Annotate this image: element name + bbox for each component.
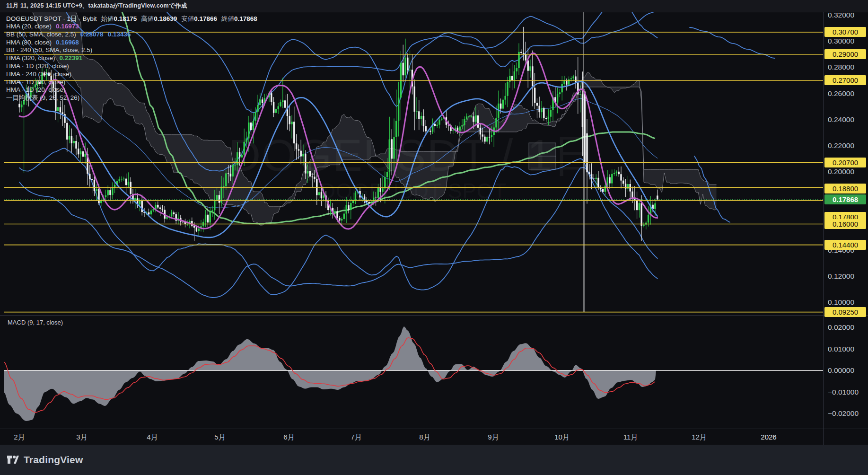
ohlc-key: 終値	[221, 15, 234, 22]
level-price-label[interactable]: 0.30700	[824, 27, 866, 37]
time-tick-5月: 5月	[214, 433, 225, 442]
level-price-label[interactable]: 0.18800	[824, 184, 866, 194]
indicator-value: 0.13436	[108, 31, 131, 38]
price-tick: 0.12000	[828, 272, 854, 281]
time-axis[interactable]: 2月3月4月5月6月7月8月9月10月11月12月2026	[0, 429, 868, 445]
time-tick-6月: 6月	[283, 433, 294, 442]
tradingview-logo[interactable]: TradingView	[7, 453, 83, 466]
price-tick: 0.20000	[828, 167, 854, 176]
indicator-legend[interactable]: DOGEUSDT SPOT · 1日 · Bybit始値0.18175高値0.1…	[6, 15, 257, 102]
indicator-row-8[interactable]: HMA · 1D (20, close)	[6, 86, 257, 94]
macd-tick: 0.00000	[828, 366, 854, 375]
indicator-row-0[interactable]: HMA (20, close)0.16973	[6, 23, 257, 31]
indicator-row-9[interactable]: 一目均衡表 (9, 26, 52, 26)	[6, 94, 257, 102]
macd-tick: 0.01000	[828, 345, 854, 353]
time-tick-7月: 7月	[351, 433, 361, 442]
price-tick: 0.28000	[828, 63, 854, 71]
price-tick: 0.24000	[828, 115, 854, 124]
time-tick-12月: 12月	[692, 433, 707, 442]
ohlc-key: 高値	[141, 15, 154, 22]
indicator-label: HMA (20, close)	[6, 23, 52, 30]
indicator-label: 一目均衡表 (9, 26, 52, 26)	[6, 94, 79, 101]
ohlc-value: 0.18175	[114, 15, 137, 22]
indicator-label: HMA · 1D (80, close)	[6, 79, 65, 86]
indicator-row-7[interactable]: HMA · 1D (80, close)	[6, 79, 257, 87]
macd-tick: −0.02000	[828, 409, 859, 418]
macd-tick: 0.02000	[828, 323, 854, 332]
time-tick-4月: 4月	[147, 433, 158, 442]
price-tick: 0.30000	[828, 37, 854, 45]
current-price-label: 0.17868	[824, 194, 866, 204]
price-axis[interactable]: 0.320000.300000.280000.260000.240000.220…	[824, 12, 868, 445]
level-price-label[interactable]: 0.14400	[824, 240, 866, 250]
indicator-value: 0.16968	[56, 39, 79, 46]
price-tick: 0.26000	[828, 89, 854, 98]
level-price-label[interactable]: 0.20700	[824, 158, 866, 167]
tradingview-chart-window: { "header": { "created_line": "11月 11, 2…	[0, 0, 868, 475]
creation-text: 11月 11, 2025 14:15 UTC+9、takatabaがTradin…	[6, 2, 187, 10]
indicator-value: 0.28078	[80, 31, 104, 38]
ohlc-value: 0.17866	[194, 15, 217, 22]
ohlc-key: 始値	[101, 15, 114, 22]
symbol-description: DOGEUSDT SPOT · 1日 · Bybit	[6, 15, 97, 22]
time-tick-10月: 10月	[554, 433, 570, 442]
level-price-label[interactable]: 0.09250	[824, 307, 866, 317]
indicator-row-1[interactable]: BB (50, SMA, close, 2.5)0.280780.13436	[6, 31, 257, 39]
tradingview-logo-icon	[7, 453, 19, 466]
indicator-label: BB (50, SMA, close, 2.5)	[6, 31, 76, 38]
ohlc-value: 0.17868	[234, 15, 257, 22]
ohlc-key: 安値	[181, 15, 194, 22]
indicator-label: HMA · 1D (320, close)	[6, 62, 69, 70]
indicator-value: 0.16973	[56, 23, 79, 30]
indicator-label: HMA (80, close)	[6, 39, 52, 46]
level-price-label[interactable]: 0.27000	[824, 75, 866, 85]
indicator-label: BB · 240 (50, SMA, close, 2.5)	[6, 46, 92, 53]
macd-tick: −0.01000	[828, 388, 859, 396]
time-tick-9月: 9月	[488, 433, 499, 442]
footer-bar: TradingView	[0, 445, 868, 475]
time-tick-2月: 2月	[14, 433, 25, 442]
time-tick-2026: 2026	[761, 433, 776, 441]
time-tick-8月: 8月	[419, 433, 430, 442]
level-price-label[interactable]: 0.16000	[824, 219, 866, 229]
creation-banner: 11月 11, 2025 14:15 UTC+9、takatabaがTradin…	[0, 0, 868, 12]
price-tick: 0.22000	[828, 141, 854, 150]
time-tick-3月: 3月	[76, 433, 87, 442]
price-tick: 0.10000	[828, 298, 854, 307]
indicator-label: HMA · 240 (320, close)	[6, 70, 71, 78]
indicator-row-6[interactable]: HMA · 240 (320, close)	[6, 70, 257, 79]
symbol-title-row[interactable]: DOGEUSDT SPOT · 1日 · Bybit始値0.18175高値0.1…	[6, 15, 257, 23]
indicator-value: 0.22391	[60, 54, 83, 62]
ohlc-value: 0.18639	[154, 15, 177, 22]
indicator-row-2[interactable]: HMA (80, close)0.16968	[6, 39, 257, 47]
level-price-label[interactable]: 0.29000	[824, 49, 866, 59]
indicator-row-3[interactable]: BB · 240 (50, SMA, close, 2.5)	[6, 46, 257, 54]
indicator-row-5[interactable]: HMA · 1D (320, close)	[6, 62, 257, 70]
indicator-row-4[interactable]: HMA (320, close)0.22391	[6, 54, 257, 62]
indicator-label: HMA · 1D (20, close)	[6, 86, 65, 93]
macd-legend[interactable]: MACD (9, 17, close)	[8, 319, 63, 326]
indicator-label: HMA (320, close)	[6, 54, 55, 62]
time-tick-11月: 11月	[623, 433, 638, 442]
tradingview-logo-text: TradingView	[24, 454, 83, 466]
